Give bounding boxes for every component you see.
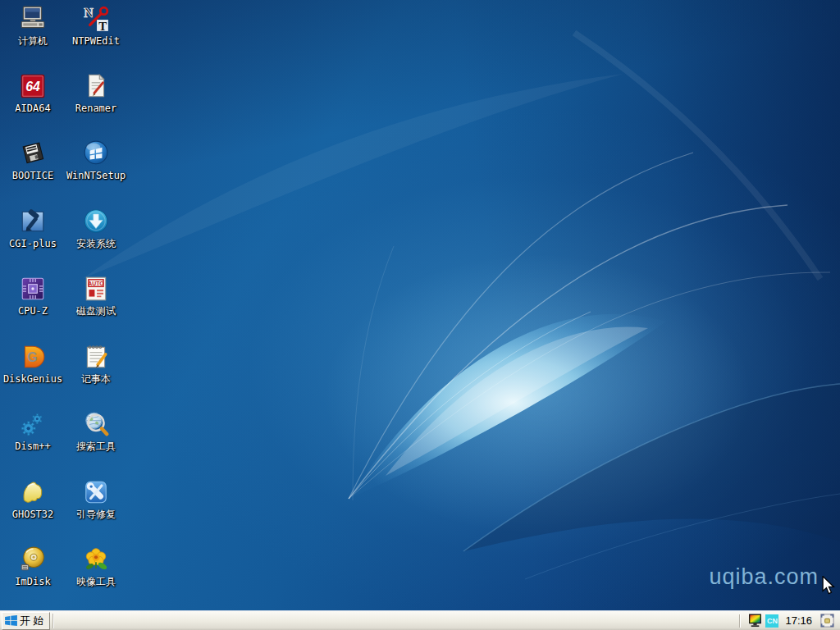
imdisk-icon (19, 546, 47, 573)
notepad-icon (82, 343, 110, 371)
desktop-icon-aida64[interactable]: 64 AIDA64 (2, 72, 63, 115)
image-tool-icon (82, 546, 110, 573)
desktop-icon-disk-test[interactable]: AUTO 磁盘测试 (66, 275, 126, 317)
icon-label: 映像工具 (76, 576, 116, 587)
icon-label: Dism++ (15, 441, 50, 452)
wallpaper-watermark: uqiba.com (709, 564, 819, 590)
renamer-icon (82, 72, 110, 100)
desktop-icon-winntsetup[interactable]: WinNTSetup (66, 139, 126, 182)
desktop: 计算机 64 AIDA64 BOOTICE (0, 0, 840, 610)
icon-label: GHOST32 (12, 509, 54, 520)
show-desktop-tray-icon[interactable] (820, 614, 834, 628)
display-settings-tray-icon[interactable] (748, 614, 762, 628)
aida64-icon: 64 (19, 72, 47, 100)
svg-text:G: G (27, 350, 37, 364)
icon-label: NTPWEdit (72, 35, 120, 47)
desktop-icon-computer[interactable]: 计算机 (2, 5, 63, 48)
desktop-icon-cgi-plus[interactable]: CGI-plus (2, 208, 63, 250)
cpu-z-icon (19, 275, 47, 303)
desktop-icon-renamer[interactable]: Renamer (66, 72, 126, 115)
icon-label: DiskGenius (3, 373, 62, 385)
dism-gears-icon (19, 410, 47, 438)
computer-icon (19, 5, 47, 33)
desktop-icon-install-system[interactable]: 安装系统 (66, 208, 126, 250)
tray-separator (739, 614, 741, 628)
icon-label: 搜索工具 (76, 441, 116, 452)
diskgenius-icon: G (19, 343, 47, 371)
svg-text:AUTO: AUTO (88, 281, 104, 286)
desktop-icon-notepad[interactable]: 记事本 (66, 343, 126, 386)
bootice-icon (19, 139, 47, 167)
start-button-label: 开 始 (20, 614, 44, 628)
icon-label: AIDA64 (15, 103, 50, 114)
svg-text:64: 64 (25, 80, 40, 94)
input-language-indicator[interactable]: CN (765, 614, 778, 628)
ntpwedit-icon: N T (82, 5, 110, 33)
icon-label: 计算机 (18, 35, 48, 47)
desktop-icon-search-tool[interactable]: 搜索工具 (66, 410, 126, 453)
taskbar-divider (52, 614, 54, 628)
windows-logo-icon (5, 615, 17, 626)
icon-label: ImDisk (15, 576, 50, 587)
desktop-icon-ghost32[interactable]: GHOST32 (2, 478, 63, 521)
icon-label: Renamer (75, 103, 117, 114)
icon-label: WinNTSetup (66, 170, 126, 181)
desktop-icon-imdisk[interactable]: ImDisk (2, 546, 63, 588)
icon-label: BOOTICE (12, 170, 54, 181)
icon-label: 安装系统 (76, 238, 116, 249)
icon-label: CPU-Z (18, 305, 48, 317)
icon-label: 引导修复 (76, 509, 116, 520)
icon-label: 磁盘测试 (76, 305, 116, 317)
desktop-icon-bootice[interactable]: BOOTICE (2, 139, 63, 182)
install-system-icon (82, 208, 110, 235)
start-button[interactable]: 开 始 (2, 612, 50, 630)
taskbar: 开 始 CN 17:16 (0, 610, 840, 630)
desktop-icon-cpu-z[interactable]: CPU-Z (2, 275, 63, 317)
svg-text:T: T (98, 20, 107, 33)
cgi-plus-icon (19, 208, 47, 235)
search-tool-icon (82, 410, 110, 438)
system-tray: CN 17:16 (737, 611, 840, 630)
svg-text:N: N (84, 6, 94, 20)
disk-test-icon: AUTO (82, 275, 110, 303)
mouse-cursor (820, 576, 837, 595)
desktop-icon-dism[interactable]: Dism++ (2, 410, 63, 453)
icon-label: CGI-plus (9, 238, 57, 249)
boot-repair-icon (82, 478, 110, 506)
taskbar-clock[interactable]: 17:16 (785, 614, 812, 627)
icon-label: 记事本 (81, 373, 111, 385)
ghost32-icon (19, 478, 47, 506)
desktop-icon-image-tool[interactable]: 映像工具 (66, 546, 126, 588)
desktop-icon-boot-repair[interactable]: 引导修复 (66, 478, 126, 521)
desktop-icon-ntpwedit[interactable]: N T NTPWEdit (66, 5, 126, 48)
winntsetup-icon (82, 139, 110, 167)
desktop-icon-diskgenius[interactable]: G DiskGenius (2, 343, 63, 386)
